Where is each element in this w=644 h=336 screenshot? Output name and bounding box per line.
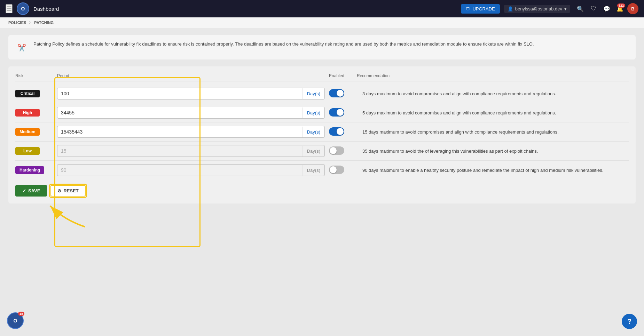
button-row: ✓ SAVE ⊘ RESET [15, 185, 629, 197]
risk-cell-high: High [15, 109, 57, 117]
bottom-logo-badge: 18 [18, 312, 24, 316]
period-group-critical: Day(s) [57, 88, 325, 99]
user-menu[interactable]: 👤 benyissa@ostorlab.dev ▾ [504, 5, 570, 13]
navbar-title: Dashboard [33, 6, 59, 12]
table-header: Risk Period Enabled Recommendation [15, 73, 629, 81]
risk-cell-hardening: Hardening [15, 166, 57, 174]
toggle-medium[interactable] [329, 127, 344, 136]
chat-button[interactable]: 💬 [601, 3, 613, 15]
risk-badge-low: Low [15, 147, 40, 155]
row-medium: Medium Day(s) 15 days maximum to avoid c… [15, 122, 629, 142]
menu-icon[interactable]: ☰ [6, 4, 13, 13]
save-button[interactable]: ✓ SAVE [15, 185, 47, 197]
period-unit-medium: Day(s) [303, 127, 324, 137]
row-critical: Critical Day(s) 3 days maximum to avoid … [15, 84, 629, 103]
period-group-medium: Day(s) [57, 126, 325, 138]
period-unit-low: Day(s) [303, 146, 324, 157]
info-box: ✂️ Patching Policy defines a schedule fo… [8, 35, 636, 59]
period-input-high[interactable] [57, 107, 303, 118]
policy-table: Risk Period Enabled Recommendation Criti… [8, 66, 636, 203]
period-group-hardening: Day(s) [57, 164, 325, 176]
row-high: High Day(s) 5 days maximum to avoid comp… [15, 103, 629, 122]
col-period-header: Period [57, 73, 329, 78]
period-unit-hardening: Day(s) [303, 165, 324, 176]
period-group-high: Day(s) [57, 107, 325, 119]
col-enabled-header: Enabled [329, 73, 357, 78]
period-unit-high: Day(s) [303, 107, 324, 118]
navbar: ☰ O Dashboard 🛡 UPGRADE 👤 benyissa@ostor… [0, 0, 644, 17]
recommendation-hardening: 90 days maximum to enable a healthy secu… [357, 168, 629, 173]
arrow-annotation [29, 199, 99, 234]
risk-badge-hardening: Hardening [15, 166, 44, 174]
toggle-low[interactable] [329, 146, 344, 155]
col-recommendation-header: Recommendation [357, 73, 629, 78]
recommendation-low: 35 days maximum to avoid the of leveragi… [357, 149, 629, 154]
risk-badge-critical: Critical [15, 90, 40, 97]
search-button[interactable]: 🔍 [574, 3, 586, 15]
enabled-cell-high [329, 108, 357, 118]
toggle-critical[interactable] [329, 89, 344, 97]
risk-cell-medium: Medium [15, 128, 57, 136]
toggle-hardening[interactable] [329, 166, 344, 174]
avatar: B [627, 3, 638, 14]
period-group-low: Day(s) [57, 145, 325, 157]
help-button[interactable]: ? [622, 314, 637, 329]
upgrade-button[interactable]: 🛡 UPGRADE [461, 4, 500, 14]
rows-container: Critical Day(s) 3 days maximum to avoid … [15, 84, 629, 179]
col-risk-header: Risk [15, 73, 57, 78]
reset-icon: ⊘ [57, 188, 61, 193]
breadcrumb: POLICIES > PATCHING [0, 17, 644, 28]
enabled-cell-medium [329, 127, 357, 137]
user-icon: 👤 [508, 6, 513, 11]
period-input-hardening [57, 165, 303, 176]
row-hardening: Hardening Day(s) 90 days maximum to enab… [15, 161, 629, 179]
risk-cell-critical: Critical [15, 90, 57, 97]
period-unit-critical: Day(s) [303, 88, 324, 99]
period-cell-critical: Day(s) [57, 88, 329, 99]
recommendation-high: 5 days maximum to avoid compromises and … [357, 110, 629, 115]
period-cell-high: Day(s) [57, 107, 329, 119]
row-low: Low Day(s) 35 days maximum to avoid the … [15, 142, 629, 161]
period-cell-medium: Day(s) [57, 126, 329, 138]
navbar-icons: 🔍 🛡 💬 🔔 522 B [574, 3, 638, 15]
shield-button[interactable]: 🛡 [588, 3, 599, 15]
breadcrumb-policies[interactable]: POLICIES [8, 21, 26, 25]
navbar-logo: O [17, 2, 29, 15]
info-text: Patching Policy defines a schedule for v… [33, 41, 534, 48]
upgrade-shield-icon: 🛡 [466, 6, 470, 11]
risk-badge-medium: Medium [15, 128, 40, 136]
enabled-cell-hardening [329, 166, 357, 175]
period-input-medium[interactable] [57, 126, 303, 137]
bottom-logo[interactable]: O 18 [7, 312, 24, 329]
period-input-low [57, 145, 303, 157]
period-input-critical[interactable] [57, 88, 303, 99]
period-cell-hardening: Day(s) [57, 164, 329, 176]
content-area: ✂️ Patching Policy defines a schedule fo… [0, 28, 644, 329]
reset-button[interactable]: ⊘ RESET [50, 185, 85, 197]
recommendation-critical: 3 days maximum to avoid compromises and … [357, 91, 629, 96]
recommendation-medium: 15 days maximum to avoid compromises and… [357, 129, 629, 135]
toggle-high[interactable] [329, 108, 344, 117]
notification-badge: 522 [617, 3, 625, 8]
breadcrumb-separator: > [29, 20, 31, 25]
enabled-cell-critical [329, 89, 357, 98]
breadcrumb-patching: PATCHING [34, 21, 54, 25]
period-cell-low: Day(s) [57, 145, 329, 157]
enabled-cell-low [329, 146, 357, 156]
save-check-icon: ✓ [22, 188, 26, 193]
risk-cell-low: Low [15, 147, 57, 155]
bell-button[interactable]: 🔔 522 [614, 3, 626, 15]
risk-badge-high: High [15, 109, 40, 117]
info-icon: ✂️ [15, 41, 28, 54]
